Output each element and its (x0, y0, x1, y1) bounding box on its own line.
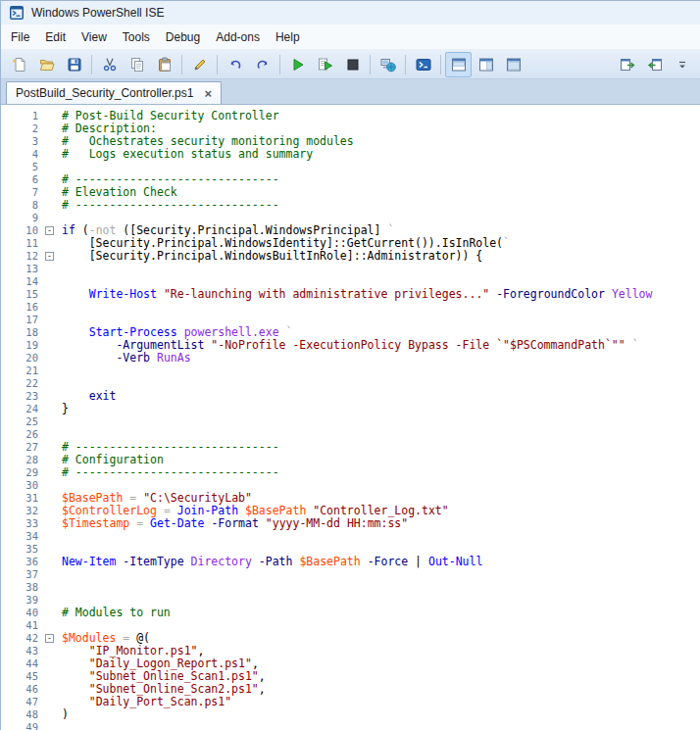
toolbar-separator (217, 55, 218, 74)
show-command-addon-button[interactable] (614, 52, 640, 77)
fold-gutter (38, 670, 62, 683)
paste-button[interactable] (151, 52, 177, 77)
fold-gutter (38, 403, 62, 415)
start-powershell-button[interactable] (410, 52, 436, 77)
line-number: 6 (1, 173, 38, 186)
undo-button[interactable] (222, 52, 248, 77)
toolbar-separator (181, 55, 182, 74)
line-number: 2 (1, 122, 38, 135)
fold-collapse-icon[interactable]: - (45, 634, 54, 643)
fold-collapse-icon[interactable]: - (45, 252, 54, 261)
undo-icon (227, 57, 243, 73)
fold-collapse-icon[interactable]: - (45, 226, 54, 235)
toolbar-overflow-icon (675, 57, 690, 73)
fold-gutter (38, 173, 62, 186)
menu-view[interactable]: View (74, 25, 115, 49)
line-number: 18 (1, 326, 38, 339)
fold-gutter (38, 530, 62, 543)
tab-close-icon[interactable]: × (204, 87, 212, 100)
toolbar-overflow-button[interactable] (669, 52, 695, 77)
paste-icon (157, 57, 173, 73)
run-script-button[interactable] (284, 52, 311, 77)
fold-gutter (38, 454, 62, 466)
code-text: [Security.Principal.WindowsBuiltInRole]:… (62, 250, 700, 263)
code-line-29: 29# ------------------------------ (1, 466, 700, 479)
show-script-pane-top-button[interactable] (445, 52, 472, 77)
line-number: 48 (1, 708, 38, 721)
stop-operation-button[interactable] (339, 52, 366, 77)
line-number: 43 (1, 645, 38, 657)
line-number: 30 (1, 479, 38, 492)
fold-gutter (38, 288, 62, 301)
powershell-ise-icon (9, 5, 25, 21)
fold-gutter (38, 568, 62, 581)
menu-tools[interactable]: Tools (115, 25, 158, 49)
show-script-pane-top-icon (451, 57, 467, 73)
clear-console-pane-icon (192, 57, 208, 73)
code-text: # Modules to run (62, 607, 700, 619)
cut-button[interactable] (96, 52, 123, 77)
code-line-38: 38 (1, 581, 700, 594)
fold-gutter (38, 428, 62, 441)
save-script-icon (67, 57, 82, 73)
toolbar-separator (405, 55, 406, 74)
show-script-pane-right-icon (478, 57, 494, 73)
copy-button[interactable] (124, 52, 150, 77)
script-editor[interactable]: 1# Post-Build Security Controller2# Desc… (1, 105, 700, 730)
fold-gutter (38, 517, 62, 530)
show-script-pane-maximized-button[interactable] (500, 52, 526, 77)
new-script-button[interactable] (6, 52, 32, 77)
code-line-34: 34 (1, 530, 700, 543)
code-line-25: 25 (1, 415, 700, 428)
new-remote-powershell-tab-button[interactable] (375, 52, 401, 77)
menu-bar: FileEditViewToolsDebugAdd-onsHelp (1, 24, 700, 50)
code-line-4: 4# Logs execution status and summary (1, 148, 700, 161)
fold-gutter (38, 339, 62, 352)
save-script-button[interactable] (61, 52, 87, 77)
code-line-21: 21 (1, 365, 700, 377)
code-text: # ------------------------------ (62, 199, 700, 212)
show-script-pane-button[interactable] (641, 52, 668, 77)
redo-button[interactable] (249, 52, 275, 77)
line-number: 37 (1, 568, 38, 581)
menu-add-ons[interactable]: Add-ons (208, 25, 268, 49)
code-line-16: 16 (1, 301, 700, 314)
line-number: 4 (1, 148, 38, 161)
line-number: 19 (1, 339, 38, 352)
tab-postbuild-security-controller[interactable]: PostBuild_Security_Controller.ps1 × (6, 81, 222, 104)
menu-file[interactable]: File (3, 25, 37, 49)
code-text: -Verb RunAs (62, 352, 700, 365)
line-number: 27 (1, 441, 38, 454)
fold-gutter (38, 556, 62, 568)
line-number: 41 (1, 619, 38, 632)
fold-gutter (38, 607, 62, 619)
code-text: New-Item -ItemType Directory -Path $Base… (62, 556, 700, 568)
line-number: 12 (1, 250, 38, 263)
line-number: 33 (1, 517, 38, 530)
redo-icon (255, 57, 271, 73)
open-script-button[interactable] (33, 52, 60, 77)
code-line-40: 40# Modules to run (1, 607, 700, 619)
menu-debug[interactable]: Debug (158, 25, 208, 49)
fold-gutter (38, 492, 62, 505)
line-number: 17 (1, 314, 38, 326)
fold-gutter (38, 314, 62, 326)
line-number: 14 (1, 275, 38, 288)
menu-help[interactable]: Help (268, 25, 308, 49)
run-selection-button[interactable] (312, 52, 338, 77)
new-script-icon (12, 57, 27, 73)
clear-console-pane-button[interactable] (186, 52, 213, 77)
code-text (62, 377, 700, 390)
code-line-12: 12- [Security.Principal.WindowsBuiltInRo… (1, 250, 700, 263)
fold-gutter (38, 352, 62, 365)
line-number: 45 (1, 670, 38, 683)
line-number: 42 (1, 632, 38, 645)
fold-gutter (38, 199, 62, 212)
start-powershell-icon (416, 57, 431, 73)
toolbar-separator (370, 55, 371, 74)
fold-gutter (38, 186, 62, 199)
tab-bar: PostBuild_Security_Controller.ps1 × (1, 79, 700, 105)
fold-gutter (38, 657, 62, 670)
show-script-pane-right-button[interactable] (473, 52, 499, 77)
menu-edit[interactable]: Edit (37, 25, 74, 49)
